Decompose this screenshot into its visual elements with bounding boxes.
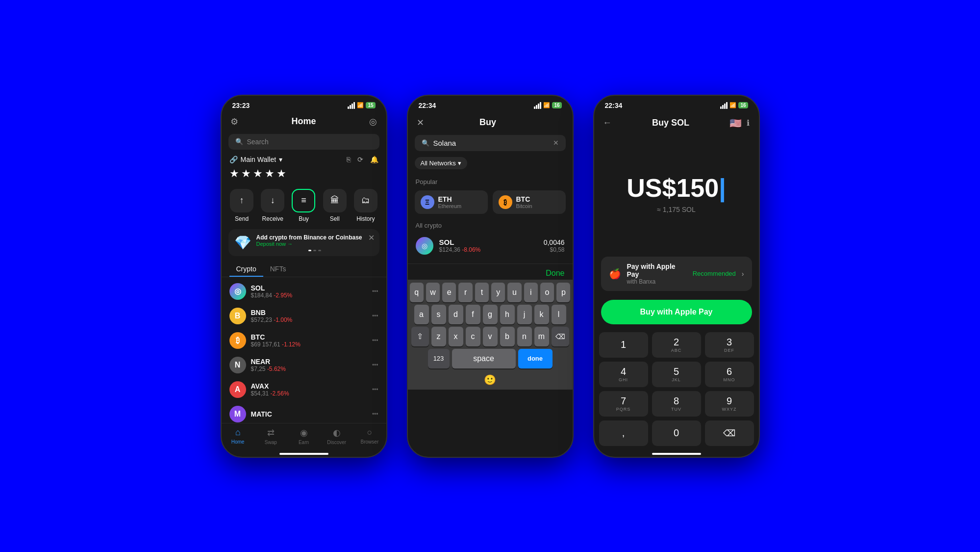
numpad-3[interactable]: 3 DEF	[705, 332, 754, 358]
num-3-letters: DEF	[724, 348, 734, 353]
done-button[interactable]: Done	[546, 269, 564, 278]
tab-crypto[interactable]: Crypto	[229, 262, 263, 277]
key-i[interactable]: i	[524, 283, 538, 302]
promo-close-icon[interactable]: ✕	[368, 233, 375, 242]
payment-option[interactable]: 🍎 Pay with Apple Pay with Banxa Recommen…	[601, 257, 752, 291]
buy-search-field[interactable]: 🔍 ✕	[415, 135, 566, 151]
key-c[interactable]: c	[466, 327, 480, 346]
btc-dots[interactable]: •••	[372, 337, 378, 344]
numpad-9[interactable]: 9 WXYZ	[705, 391, 754, 417]
numpad-row-3: 7 PQRS 8 TUV 9 WXYZ	[599, 391, 754, 417]
key-b[interactable]: b	[500, 327, 515, 346]
buy-apple-button[interactable]: Buy with Apple Pay	[601, 300, 752, 324]
emoji-button[interactable]: 🙂	[484, 374, 496, 386]
key-a[interactable]: a	[414, 305, 429, 324]
key-z[interactable]: z	[431, 327, 446, 346]
settings-icon[interactable]: ⚙	[230, 116, 238, 127]
popular-label: Popular	[408, 173, 573, 188]
avax-dots[interactable]: •••	[372, 386, 378, 393]
numpad-4[interactable]: 4 GHI	[599, 362, 648, 387]
bell-icon[interactable]: 🔔	[370, 156, 378, 163]
clear-search-icon[interactable]: ✕	[553, 139, 559, 147]
eth-card[interactable]: Ξ ETH Ethereum	[415, 190, 488, 214]
send-button[interactable]: ↑ Send	[228, 189, 255, 222]
copy-icon[interactable]: ⎘	[347, 156, 351, 163]
history-button[interactable]: 🗂 History	[352, 189, 379, 222]
list-item[interactable]: N NEAR $7,25 -5.62% •••	[222, 353, 386, 377]
numpad-0[interactable]: 0	[652, 421, 701, 446]
numpad-row-1: 1 2 ABC 3 DEF	[599, 332, 754, 358]
buy-button[interactable]: ≡ Buy	[290, 189, 317, 222]
numpad-8[interactable]: 8 TUV	[652, 391, 701, 417]
key-d[interactable]: d	[449, 305, 463, 324]
nav-browser[interactable]: ○ Browser	[353, 427, 386, 445]
key-r[interactable]: r	[458, 283, 472, 302]
numpad-7[interactable]: 7 PQRS	[599, 391, 648, 417]
shift-key[interactable]: ⇧	[411, 327, 429, 346]
key-l[interactable]: l	[552, 305, 566, 324]
key-p[interactable]: p	[556, 283, 570, 302]
nav-home[interactable]: ⌂ Home	[222, 427, 254, 445]
list-item[interactable]: B BNB $572,23 -1.00% •••	[222, 304, 386, 328]
signal-home	[348, 102, 355, 109]
space-key[interactable]: space	[452, 349, 516, 368]
nav-swap[interactable]: ⇄ Swap	[254, 427, 287, 445]
key-m[interactable]: m	[534, 327, 549, 346]
key-k[interactable]: k	[534, 305, 549, 324]
sol-dots[interactable]: •••	[372, 288, 378, 295]
list-item[interactable]: M MATIC •••	[222, 402, 386, 423]
num-key[interactable]: 123	[428, 349, 450, 368]
list-item[interactable]: ₿ BTC $69 157,61 -1.12% •••	[222, 328, 386, 353]
key-q[interactable]: q	[410, 283, 424, 302]
key-f[interactable]: f	[466, 305, 480, 324]
promo-link[interactable]: Deposit now →	[256, 241, 374, 247]
done-key[interactable]: done	[518, 349, 553, 368]
network-label: All Networks	[421, 159, 456, 167]
back-button[interactable]: ←	[603, 118, 612, 128]
key-w[interactable]: w	[426, 283, 440, 302]
key-v[interactable]: v	[483, 327, 498, 346]
sol-result[interactable]: ◎ SOL $124,36 -8.06% 0,0046 $0,58	[408, 232, 573, 260]
key-s[interactable]: s	[431, 305, 446, 324]
nav-earn[interactable]: ◉ Earn	[287, 427, 320, 445]
key-row-1: q w e r t y u i o p	[410, 283, 571, 302]
buy-search-input[interactable]	[433, 139, 549, 147]
list-item[interactable]: ◎ SOL $184,84 -2.95% •••	[222, 279, 386, 304]
numpad-comma[interactable]: ,	[599, 421, 648, 446]
nav-discover[interactable]: ◐ Discover	[320, 427, 353, 445]
close-button[interactable]: ✕	[417, 117, 424, 128]
numpad-6[interactable]: 6 MNO	[705, 362, 754, 387]
tab-nfts[interactable]: NFTs	[263, 262, 293, 277]
key-n[interactable]: n	[517, 327, 532, 346]
near-dots[interactable]: •••	[372, 362, 378, 368]
home-search[interactable]: 🔍 Search	[228, 134, 379, 150]
network-badge[interactable]: All Networks ▾	[415, 157, 467, 169]
key-y[interactable]: y	[491, 283, 505, 302]
key-e[interactable]: e	[442, 283, 456, 302]
scan-icon[interactable]: ◎	[369, 116, 377, 127]
receive-button[interactable]: ↓ Receive	[259, 189, 286, 222]
numpad-delete[interactable]: ⌫	[705, 421, 754, 446]
delete-key[interactable]: ⌫	[552, 327, 569, 346]
refresh-icon[interactable]: ⟳	[357, 156, 363, 163]
key-u[interactable]: u	[507, 283, 521, 302]
buy-search-icon: 🔍	[422, 139, 429, 147]
bnb-dots[interactable]: •••	[372, 313, 378, 319]
numpad-1[interactable]: 1	[599, 332, 648, 358]
battery-buysol: 16	[738, 102, 748, 108]
list-item[interactable]: A AVAX $54,31 -2.56% •••	[222, 377, 386, 402]
numpad-2[interactable]: 2 ABC	[652, 332, 701, 358]
matic-dots[interactable]: •••	[372, 411, 378, 418]
wallet-name[interactable]: 🔗 Main Wallet ▾	[229, 156, 283, 163]
key-g[interactable]: g	[483, 305, 498, 324]
numpad-5[interactable]: 5 JKL	[652, 362, 701, 387]
key-x[interactable]: x	[449, 327, 463, 346]
btc-card[interactable]: ₿ BTC Bitcoin	[493, 190, 566, 214]
key-h[interactable]: h	[500, 305, 515, 324]
info-icon[interactable]: ℹ	[747, 118, 750, 128]
key-j[interactable]: j	[517, 305, 532, 324]
key-o[interactable]: o	[540, 283, 554, 302]
key-t[interactable]: t	[475, 283, 489, 302]
eth-name: Ethereum	[438, 203, 462, 209]
sell-button[interactable]: 🏛 Sell	[321, 189, 349, 222]
